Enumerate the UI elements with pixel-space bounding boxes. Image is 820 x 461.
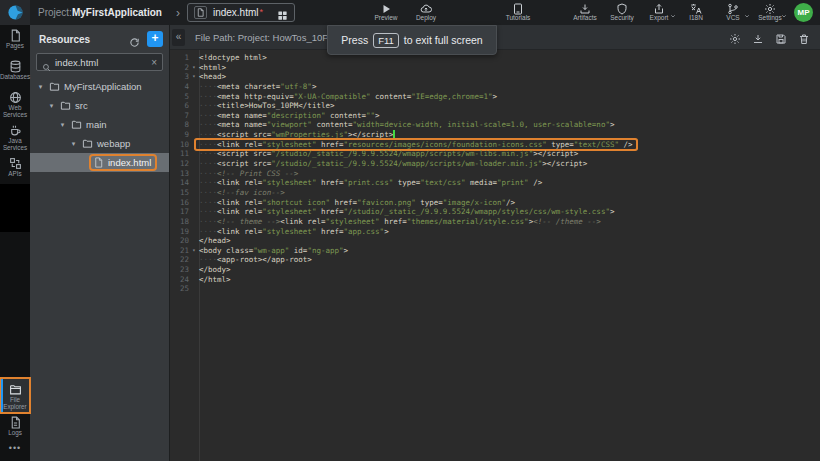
- code-text: ····<script src="/studio/_static_/9.9.9.…: [199, 159, 587, 169]
- sidebar-item-logs[interactable]: Logs: [0, 412, 30, 443]
- code-line-3[interactable]: 3▾<head>: [170, 72, 820, 82]
- i18n-button[interactable]: I18N: [682, 1, 710, 21]
- code-text: ····<meta charset="utf-8">: [199, 82, 316, 92]
- annotation-highlight: index.html: [91, 156, 155, 169]
- code-line-18[interactable]: 18····<!-- theme --><link rel="styleshee…: [170, 217, 820, 227]
- code-line-4[interactable]: 4····<meta charset="utf-8">: [170, 82, 820, 92]
- sidebar-item-databases[interactable]: Databases: [0, 56, 30, 87]
- export-button[interactable]: Export: [645, 1, 673, 21]
- artifacts-label: Artifacts: [573, 14, 596, 21]
- refresh-icon[interactable]: [129, 34, 140, 45]
- sidebar-top-group: PagesDatabasesWeb ServicesJava ServicesA…: [0, 25, 30, 184]
- sidebar-item-apis[interactable]: APIs: [0, 153, 30, 184]
- sidebar-item-java-services[interactable]: Java Services: [0, 120, 30, 153]
- code-line-9[interactable]: 9····<script src="wmProperties.js"></scr…: [170, 130, 820, 140]
- resource-search-box[interactable]: ×: [36, 53, 163, 71]
- tree-item-label: index.html: [108, 157, 151, 168]
- code-line-5[interactable]: 5····<meta http-equiv="X-UA-Compatible" …: [170, 92, 820, 102]
- code-line-13[interactable]: 13····<!-- Print CSS -->: [170, 169, 820, 179]
- line-number: 9: [170, 130, 189, 140]
- code-line-10[interactable]: 10····<link rel="stylesheet" href="resou…: [170, 140, 820, 150]
- notification-suffix: to exit full screen: [404, 34, 483, 46]
- artifacts-button[interactable]: Artifacts: [571, 1, 599, 21]
- clear-search-icon[interactable]: ×: [151, 57, 157, 68]
- code-text: </html>: [199, 275, 231, 285]
- vcs-button[interactable]: VCS: [719, 1, 747, 21]
- download-button[interactable]: [752, 31, 764, 43]
- folder-icon: [49, 81, 60, 92]
- tutorials-icon: [512, 1, 524, 13]
- search-input[interactable]: [55, 57, 147, 68]
- i18n-icon: [690, 1, 702, 13]
- sidebar-item-pages[interactable]: Pages: [0, 25, 30, 56]
- delete-button[interactable]: [798, 31, 810, 43]
- expand-arrow-icon[interactable]: ▾: [58, 121, 67, 129]
- code-line-2[interactable]: 2▾<html>: [170, 63, 820, 73]
- grid-icon[interactable]: [277, 7, 288, 18]
- breadcrumb-chevron-icon: ›: [176, 6, 180, 20]
- preview-button[interactable]: Preview: [372, 1, 400, 21]
- pages-label: Pages: [6, 42, 24, 49]
- tree-item-webapp[interactable]: ▾webapp: [30, 134, 169, 153]
- tree-label-wrap: MyFirstApplication: [47, 80, 146, 93]
- expand-arrow-icon[interactable]: ▾: [36, 83, 45, 91]
- code-text: ····<title>HowTos_10PM</title>: [199, 101, 334, 111]
- tree-item-main[interactable]: ▾main: [30, 115, 169, 134]
- add-resource-button[interactable]: +: [147, 31, 163, 47]
- code-editor[interactable]: 1<!doctype html>2▾<html>3▾<head>4····<me…: [170, 50, 820, 461]
- sidebar-bottom-group: File ExplorerLogs: [0, 379, 30, 443]
- collapse-panel-button[interactable]: «: [172, 29, 185, 46]
- code-line-22[interactable]: 22····<app-root></app-root>: [170, 255, 820, 265]
- sidebar-item-file-explorer[interactable]: File Explorer: [1, 379, 29, 412]
- code-line-24[interactable]: 24</html>: [170, 275, 820, 285]
- web-services-label: Web Services: [0, 104, 30, 118]
- code-line-6[interactable]: 6····<title>HowTos_10PM</title>: [170, 101, 820, 111]
- security-button[interactable]: Security: [608, 1, 636, 21]
- settings-button[interactable]: Settings: [756, 1, 784, 21]
- sidebar-more-button[interactable]: •••: [0, 443, 30, 461]
- code-line-14[interactable]: 14····<link rel="stylesheet" href="print…: [170, 178, 820, 188]
- project-prefix: Project:: [38, 7, 72, 18]
- code-line-11[interactable]: 11····<script src="/studio/_static_/9.9.…: [170, 149, 820, 159]
- fold-marker-icon[interactable]: ▾: [189, 246, 199, 256]
- code-line-17[interactable]: 17····<link rel="stylesheet" href="/stud…: [170, 207, 820, 217]
- user-avatar[interactable]: MP: [794, 3, 813, 22]
- fold-marker-icon[interactable]: ▾: [189, 72, 199, 82]
- f11-key-badge: F11: [373, 33, 399, 48]
- deploy-button[interactable]: Deploy: [412, 1, 440, 21]
- code-line-7[interactable]: 7····<meta name="description" content=""…: [170, 111, 820, 121]
- save-button[interactable]: [775, 31, 787, 43]
- pages-icon: [9, 28, 22, 41]
- line-number: 22: [170, 255, 189, 265]
- java-services-icon: [9, 123, 22, 136]
- tutorials-button[interactable]: Tutorials: [504, 1, 532, 21]
- code-line-23[interactable]: 23</body>: [170, 265, 820, 275]
- fold-marker-icon[interactable]: ▾: [189, 63, 199, 73]
- tree-label-wrap: src: [58, 99, 92, 112]
- sidebar-item-web-services[interactable]: Web Services: [0, 87, 30, 120]
- tree-item-label: webapp: [97, 138, 130, 149]
- expand-arrow-icon[interactable]: ▾: [47, 102, 56, 110]
- code-line-8[interactable]: 8····<meta name="viewport" content="widt…: [170, 120, 820, 130]
- settings-gear-button[interactable]: [729, 31, 741, 43]
- wavemaker-logo[interactable]: [0, 0, 30, 25]
- code-line-16[interactable]: 16····<link rel="shortcut icon" href="fa…: [170, 198, 820, 208]
- tree-item-myfirstapplication[interactable]: ▾MyFirstApplication: [30, 77, 169, 96]
- code-line-19[interactable]: 19····<link rel="stylesheet" href="app.c…: [170, 227, 820, 237]
- code-line-12[interactable]: 12····<script src="/studio/_static_/9.9.…: [170, 159, 820, 169]
- code-line-20[interactable]: 20</head>: [170, 236, 820, 246]
- line-number: 24: [170, 275, 189, 285]
- code-text: ····<meta http-equiv="X-UA-Compatible" c…: [199, 92, 497, 102]
- tree-label-wrap: main: [69, 118, 111, 131]
- line-number: 13: [170, 169, 189, 179]
- artifacts-icon: [579, 1, 591, 13]
- sidebar-gap: [0, 184, 30, 232]
- line-number: 25: [170, 284, 189, 294]
- tree-item-index-html[interactable]: index.html: [30, 153, 169, 172]
- code-line-25[interactable]: 25: [170, 284, 820, 294]
- expand-arrow-icon[interactable]: ▾: [69, 140, 78, 148]
- tree-item-src[interactable]: ▾src: [30, 96, 169, 115]
- tab-index-html[interactable]: index.html*: [187, 3, 295, 22]
- code-line-15[interactable]: 15····<!--fav icon-->: [170, 188, 820, 198]
- code-line-21[interactable]: 21▾<body class="wm-app" id="ng-app">: [170, 246, 820, 256]
